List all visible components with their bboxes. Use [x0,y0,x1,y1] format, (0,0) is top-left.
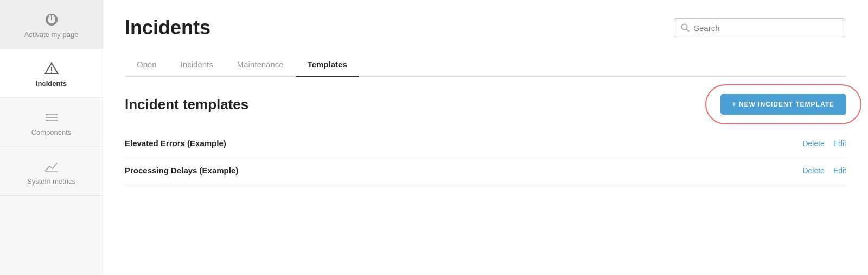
tab-maintenance[interactable]: Maintenance [225,54,296,77]
sidebar: Activate my page Incidents Components [0,0,103,275]
edit-button-0[interactable]: Edit [833,139,846,148]
tab-incidents[interactable]: Incidents [169,54,225,77]
tab-open[interactable]: Open [125,54,169,77]
template-actions-1: Delete Edit [802,166,846,175]
sidebar-item-components[interactable]: Components [0,98,103,147]
tab-nav: Open Incidents Maintenance Templates [125,54,846,77]
new-incident-button-wrap: + NEW INCIDENT TEMPLATE [720,94,846,115]
sidebar-item-activate[interactable]: Activate my page [0,0,103,49]
chart-icon [44,159,59,174]
sidebar-item-incidents[interactable]: Incidents [0,49,103,98]
delete-button-1[interactable]: Delete [802,166,824,175]
main-content: Incidents Open Incidents Maintenance Tem… [103,0,868,275]
list-icon [44,110,59,125]
power-icon [44,12,59,27]
tab-templates[interactable]: Templates [296,54,359,77]
edit-button-1[interactable]: Edit [833,166,846,175]
template-actions-0: Delete Edit [802,139,846,148]
sidebar-item-label-activate: Activate my page [24,30,79,39]
header-row: Incidents [125,16,846,39]
template-list: Elevated Errors (Example) Delete Edit Pr… [125,130,846,184]
delete-button-0[interactable]: Delete [802,139,824,148]
table-row: Processing Delays (Example) Delete Edit [125,157,846,184]
svg-point-3 [51,72,52,73]
sidebar-item-label-metrics: System metrics [27,177,75,185]
section-header: Incident templates + NEW INCIDENT TEMPLA… [125,94,846,115]
template-name-1: Processing Delays (Example) [125,166,238,175]
search-icon [681,23,690,32]
svg-line-10 [687,29,689,32]
search-box[interactable] [673,18,846,38]
new-incident-button[interactable]: + NEW INCIDENT TEMPLATE [720,94,846,115]
section-title: Incident templates [125,96,248,113]
search-input[interactable] [694,23,838,33]
page-title: Incidents [125,16,210,39]
sidebar-item-label-components: Components [31,128,72,136]
table-row: Elevated Errors (Example) Delete Edit [125,130,846,157]
sidebar-item-label-incidents: Incidents [36,79,67,88]
template-name-0: Elevated Errors (Example) [125,139,226,148]
sidebar-item-metrics[interactable]: System metrics [0,147,103,196]
warning-icon [44,61,59,76]
